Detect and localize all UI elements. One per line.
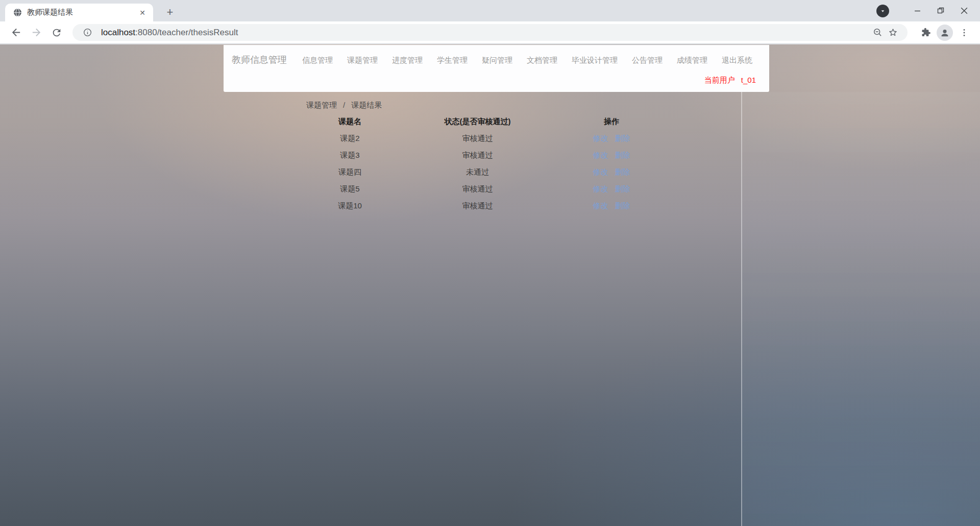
browser-toolbar: localhost:8080/teacher/thesisResult — [0, 21, 980, 44]
delete-link[interactable]: 删除 — [615, 184, 630, 193]
status-cell: 审核通过 — [412, 147, 543, 164]
actions-cell: 修改 删除 — [543, 181, 680, 198]
actions-cell: 修改 删除 — [543, 164, 680, 181]
current-user-id: t_01 — [741, 76, 756, 84]
top-nav-panel: 教师信息管理 信息管理课题管理进度管理学生管理疑问管理文档管理毕业设计管理公告管… — [224, 45, 769, 92]
nav-menu-item[interactable]: 疑问管理 — [482, 56, 512, 65]
reload-button[interactable] — [48, 24, 65, 41]
browser-tab[interactable]: 教师课题结果 ✕ — [5, 4, 153, 21]
tab-strip: 教师课题结果 ✕ + — [0, 0, 980, 21]
nav-item-label: 课题管理 — [347, 56, 378, 64]
actions-cell: 修改 删除 — [543, 147, 680, 164]
delete-link[interactable]: 删除 — [615, 201, 630, 210]
header-status: 状态(是否审核通过) — [412, 113, 543, 130]
current-user-badge: 当前用户t_01 — [704, 76, 756, 85]
table-row: 课题四 未通过 修改 删除 — [287, 164, 680, 181]
nav-menu-item[interactable]: 成绩管理 — [677, 56, 707, 65]
edit-link[interactable]: 修改 — [593, 168, 608, 176]
media-badge-icon[interactable] — [876, 5, 889, 17]
page-viewport: 教师信息管理 信息管理课题管理进度管理学生管理疑问管理文档管理毕业设计管理公告管… — [0, 44, 980, 526]
nav-item-label: 疑问管理 — [482, 56, 512, 64]
header-actions: 操作 — [543, 113, 680, 130]
nav-menu-item[interactable]: 课题管理 — [347, 56, 378, 65]
zoom-out-icon[interactable] — [870, 25, 885, 40]
nav-item-label: 公告管理 — [632, 56, 663, 64]
status-cell: 审核通过 — [412, 130, 543, 147]
url-text: localhost:8080/teacher/thesisResult — [101, 28, 238, 38]
current-user-label: 当前用户 — [704, 76, 735, 84]
breadcrumb-current: 课题结果 — [351, 101, 382, 109]
breadcrumb: 课题管理/课题结果 — [306, 100, 742, 110]
status-cell: 审核通过 — [412, 181, 543, 198]
edit-link[interactable]: 修改 — [593, 151, 608, 159]
nav-item-label: 成绩管理 — [677, 56, 707, 64]
page-info-icon[interactable] — [80, 25, 95, 40]
url-path: :8080/teacher/thesisResult — [135, 28, 238, 37]
nav-item-label: 学生管理 — [437, 56, 468, 64]
nav-item-label: 退出系统 — [722, 56, 752, 64]
profile-avatar[interactable] — [936, 24, 953, 41]
edit-link[interactable]: 修改 — [593, 134, 608, 142]
nav-brand-teacher-info[interactable]: 教师信息管理 — [232, 54, 287, 66]
url-host: localhost — [101, 28, 135, 37]
nav-menu-item[interactable]: 文档管理 — [527, 56, 557, 65]
delete-link[interactable]: 删除 — [615, 168, 630, 176]
thesis-name-cell: 课题3 — [287, 147, 412, 164]
nav-menu-item[interactable]: 毕业设计管理 — [572, 56, 618, 65]
nav-menu-item[interactable]: 学生管理 — [437, 56, 468, 65]
thesis-name-cell: 课题10 — [287, 198, 412, 214]
delete-link[interactable]: 删除 — [615, 151, 630, 159]
thesis-name-cell: 课题四 — [287, 164, 412, 181]
forward-button[interactable] — [28, 24, 45, 41]
thesis-name-cell: 课题2 — [287, 130, 412, 147]
status-cell: 审核通过 — [412, 198, 543, 214]
window-controls — [876, 0, 980, 21]
table-row: 课题3 审核通过 修改 删除 — [287, 147, 680, 164]
header-thesis-name: 课题名 — [287, 113, 412, 130]
content-right-divider — [741, 92, 980, 526]
new-tab-button[interactable]: + — [162, 5, 178, 20]
minimize-button[interactable] — [905, 0, 929, 21]
delete-link[interactable]: 删除 — [615, 134, 630, 142]
menu-kebab-icon[interactable] — [955, 24, 973, 41]
table-row: 课题10 审核通过 修改 删除 — [287, 198, 680, 214]
nav-menu-item[interactable]: 退出系统 — [722, 56, 752, 65]
nav-menu: 教师信息管理 信息管理课题管理进度管理学生管理疑问管理文档管理毕业设计管理公告管… — [224, 45, 769, 66]
nav-menu-item[interactable]: 进度管理 — [392, 56, 423, 65]
actions-cell: 修改 删除 — [543, 130, 680, 147]
nav-menu-item[interactable]: 公告管理 — [632, 56, 663, 65]
restore-button[interactable] — [929, 0, 952, 21]
extensions-puzzle-icon[interactable] — [917, 24, 934, 41]
globe-favicon-icon — [13, 8, 22, 17]
thesis-name-cell: 课题5 — [287, 181, 412, 198]
close-window-button[interactable] — [952, 0, 976, 21]
breadcrumb-parent[interactable]: 课题管理 — [306, 101, 337, 109]
nav-item-label: 信息管理 — [302, 56, 333, 64]
nav-item-label: 文档管理 — [527, 56, 557, 64]
toolbar-right-icons — [915, 24, 973, 41]
tab-close-icon[interactable]: ✕ — [137, 7, 148, 18]
edit-link[interactable]: 修改 — [593, 184, 608, 193]
nav-item-label: 进度管理 — [392, 56, 423, 64]
thesis-result-table: 课题名 状态(是否审核通过) 操作 课题2 审核通过 修改 删除 课题3 审核通… — [287, 113, 680, 214]
actions-cell: 修改 删除 — [543, 198, 680, 214]
back-button[interactable] — [7, 24, 24, 41]
status-cell: 未通过 — [412, 164, 543, 181]
edit-link[interactable]: 修改 — [593, 201, 608, 210]
bookmark-star-icon[interactable] — [885, 25, 900, 40]
breadcrumb-separator: / — [343, 101, 345, 109]
table-row: 课题2 审核通过 修改 删除 — [287, 130, 680, 147]
url-bar[interactable]: localhost:8080/teacher/thesisResult — [72, 24, 908, 41]
table-header-row: 课题名 状态(是否审核通过) 操作 — [287, 113, 680, 130]
nav-menu-item[interactable]: 信息管理 — [302, 56, 333, 65]
tab-title: 教师课题结果 — [27, 8, 137, 17]
table-body: 课题2 审核通过 修改 删除 课题3 审核通过 修改 删除 课题四 未通过 修改… — [287, 130, 680, 214]
nav-item-label: 毕业设计管理 — [572, 56, 618, 64]
browser-window: 教师课题结果 ✕ + — [0, 0, 980, 526]
main-content: 课题管理/课题结果 课题名 状态(是否审核通过) 操作 课题2 审核通过 修改 … — [224, 92, 742, 214]
table-row: 课题5 审核通过 修改 删除 — [287, 181, 680, 198]
